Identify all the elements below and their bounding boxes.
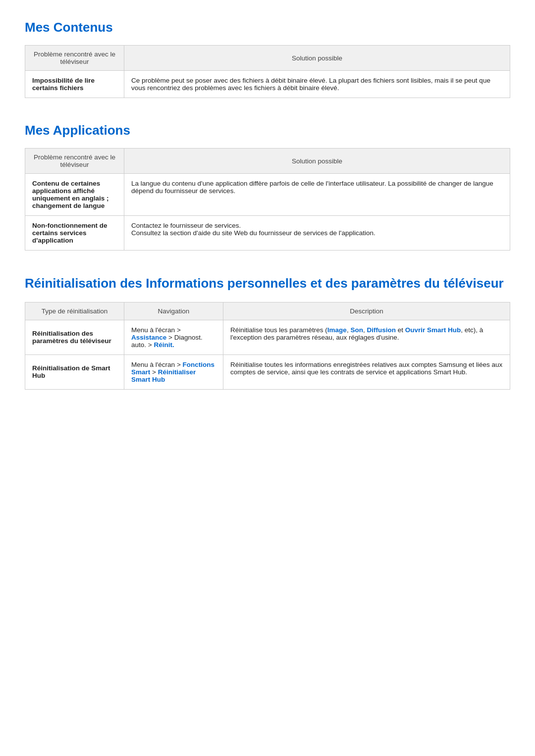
- section3-row1-type: Réinitialisation des paramètres du télév…: [25, 320, 124, 354]
- nav-prefix2: Menu à l'écran >: [131, 361, 183, 368]
- table-row: Impossibilité de lire certains fichiers …: [25, 71, 510, 98]
- section-mes-applications: Mes Applications Problème rencontré avec…: [25, 123, 510, 251]
- section1-col1-header: Problème rencontré avec le téléviseur: [25, 46, 124, 71]
- section3-col3-header: Description: [223, 302, 510, 320]
- section2-row2-solution-line2: Consultez la section d'aide du site Web …: [131, 229, 375, 237]
- section3-col1-header: Type de réinitialisation: [25, 302, 124, 320]
- section3-table: Type de réinitialisation Navigation Desc…: [25, 302, 510, 390]
- section-reinitialisation: Réinitialisation des Informations person…: [25, 275, 510, 390]
- section2-row1-problem: Contenu de certaines applications affich…: [25, 174, 124, 216]
- table-row: Contenu de certaines applications affich…: [25, 174, 510, 216]
- section1-row1-solution: Ce problème peut se poser avec des fichi…: [124, 71, 510, 98]
- desc-before: Réinitialise tous les paramètres (: [230, 326, 327, 334]
- section2-col2-header: Solution possible: [124, 149, 510, 174]
- section2-row2-problem: Non-fonctionnement de certains services …: [25, 216, 124, 251]
- section2-col1-header: Problème rencontré avec le téléviseur: [25, 149, 124, 174]
- nav-link-reinit: Réinit.: [154, 341, 174, 349]
- section3-row2-description: Réinitialise toutes les informations enr…: [223, 354, 510, 389]
- desc-link-diffusion: Diffusion: [367, 326, 396, 334]
- section3-row2-type: Réinitialisation de Smart Hub: [25, 354, 124, 389]
- section2-table: Problème rencontré avec le téléviseur So…: [25, 148, 510, 251]
- section2-title: Mes Applications: [25, 123, 510, 138]
- desc-link-smarthub: Ouvrir Smart Hub: [405, 326, 461, 334]
- desc-link-image: Image: [327, 326, 347, 334]
- nav-link-assistance: Assistance: [131, 334, 166, 341]
- section3-row1-nav: Menu à l'écran > Assistance > Diagnost. …: [124, 320, 223, 354]
- nav-sep2: >: [150, 368, 158, 376]
- section3-title: Réinitialisation des Informations person…: [25, 275, 510, 292]
- section1-col2-header: Solution possible: [124, 46, 510, 71]
- table-row: Réinitialisation de Smart Hub Menu à l'é…: [25, 354, 510, 389]
- section3-row1-description: Réinitialise tous les paramètres (Image,…: [223, 320, 510, 354]
- section1-row1-problem: Impossibilité de lire certains fichiers: [25, 71, 124, 98]
- nav-prefix: Menu à l'écran >: [131, 326, 181, 334]
- section-mes-contenus: Mes Contenus Problème rencontré avec le …: [25, 20, 510, 98]
- table-row: Réinitialisation des paramètres du télév…: [25, 320, 510, 354]
- desc-sep3: et: [396, 326, 405, 334]
- section3-row2-nav: Menu à l'écran > Fonctions Smart > Réini…: [124, 354, 223, 389]
- section1-table: Problème rencontré avec le téléviseur So…: [25, 45, 510, 98]
- section3-col2-header: Navigation: [124, 302, 223, 320]
- section2-row2-solution: Contactez le fournisseur de services. Co…: [124, 216, 510, 251]
- section2-row2-solution-line1: Contactez le fournisseur de services.: [131, 222, 241, 229]
- table-row: Non-fonctionnement de certains services …: [25, 216, 510, 251]
- desc-link-son: Son: [350, 326, 363, 334]
- section1-title: Mes Contenus: [25, 20, 510, 35]
- section2-row1-solution: La langue du contenu d'une application d…: [124, 174, 510, 216]
